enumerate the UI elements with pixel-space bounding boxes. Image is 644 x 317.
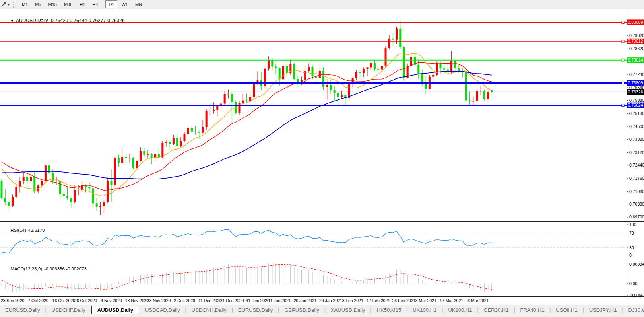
symbol-dropdown-icon[interactable]: ▼ [10,19,14,23]
svg-text:20 Jan 2021: 20 Jan 2021 [294,298,317,303]
chart-title: ▼AUDUSD,Daily 0.764200.764440.762770.763… [2,12,126,29]
timeframe-toolbar: ▼ M1M5M15M30H1H4D1W1MN [0,0,644,9]
svg-text:26 Mar 2021: 26 Mar 2021 [466,298,489,303]
chart-tab-fra40-h1[interactable]: FRA40,H1 [515,307,550,313]
svg-text:-0.005651: -0.005651 [629,293,644,298]
chart-tab-xauusd-daily[interactable]: XAUUSD,Daily [326,307,370,313]
svg-text:4 Nov 2020: 4 Nov 2020 [101,298,122,303]
svg-text:26 Oct 2020: 26 Oct 2020 [74,298,97,303]
ohlc-open: 0.76420 [51,18,68,23]
chart-tab-usdcad-daily[interactable]: USDCAD,Daily [140,307,185,313]
svg-text:0.76326: 0.76326 [628,89,643,94]
macd-values: -0.003386 -0.002073 [44,266,87,271]
chart-area: 0.793200.786200.779400.772400.765600.758… [0,9,644,305]
toolbar-separator [103,1,103,8]
chart-tab-uk100-h1[interactable]: UK100,H1 [443,307,477,313]
chart-tab-audusd-daily[interactable]: AUDUSD,Daily [91,306,139,314]
svg-text:21 Dec 2020: 21 Dec 2020 [220,298,244,303]
svg-text:0.75180: 0.75180 [629,111,644,116]
svg-text:0.79320: 0.79320 [629,33,644,38]
svg-text:0.71060: 0.71060 [629,189,644,194]
svg-text:0.80009: 0.80009 [628,20,643,25]
rsi-label: RSI(14)42.6178 [3,223,47,237]
svg-text:0.70380: 0.70380 [629,202,644,206]
tool-dropdown-icon[interactable]: ▼ [7,3,10,6]
cursor-tool-icon[interactable] [1,2,6,7]
svg-text:28 Sep 2020: 28 Sep 2020 [1,298,25,303]
svg-text:8 Mar 2021: 8 Mar 2021 [415,298,436,303]
svg-text:8 Feb 2021: 8 Feb 2021 [342,298,363,303]
chart-tab-usdjpy-h1[interactable]: USDJPY,H1 [584,307,622,313]
chart-tab-bar: EURUSD,Daily|USDCHF,DailyAUDUSD,DailyUSD… [0,305,644,315]
macd-label: MACD(12,26,9)-0.003386 -0.002073 [3,262,89,276]
chart-tab-usdchf-daily[interactable]: USDCHF,Daily [47,307,91,313]
svg-text:23 Nov 2020: 23 Nov 2020 [147,298,171,303]
svg-text:29 Jan 2021: 29 Jan 2021 [319,298,342,303]
chart-tab-hk50-m15[interactable]: HK50,M15 [372,307,406,313]
svg-text:13 Nov 2020: 13 Nov 2020 [125,298,149,303]
svg-text:0.00: 0.00 [629,281,638,286]
svg-text:0.75624: 0.75624 [628,103,643,107]
timeframe-button-m30[interactable]: M30 [61,0,76,8]
timeframe-button-mn[interactable]: MN [132,0,145,8]
timeframe-button-m1[interactable]: M1 [19,0,31,8]
svg-text:26 Feb 2021: 26 Feb 2021 [392,298,416,303]
svg-text:0: 0 [629,253,632,257]
chart-tab-uk100-h1[interactable]: UK100,H1 [407,307,442,313]
svg-text:0.77240: 0.77240 [629,72,644,77]
svg-text:2 Dec 2020: 2 Dec 2020 [174,298,195,303]
svg-text:0.73120: 0.73120 [629,150,644,155]
chart-symbol: AUDUSD,Daily [16,18,48,23]
timeframe-button-m15[interactable]: M15 [45,0,60,8]
svg-text:0.78014: 0.78014 [628,58,643,62]
svg-text:0.78620: 0.78620 [629,46,644,51]
svg-text:0.76809: 0.76809 [628,80,643,85]
svg-text:31 Dec 2020: 31 Dec 2020 [246,298,270,303]
mt4-window: ▼ M1M5M15M30H1H4D1W1MN 0.793200.786200.7… [0,0,644,317]
svg-text:0.71760: 0.71760 [629,176,644,181]
rsi-value: 42.6178 [28,228,45,233]
svg-text:0.79012: 0.79012 [628,39,643,43]
svg-text:0.75880: 0.75880 [629,98,644,103]
svg-text:16 Oct 2020: 16 Oct 2020 [52,298,75,303]
chart-tab-usoil-h1[interactable]: USOil,H1 [551,307,582,313]
chart-tab-eurusd-daily[interactable]: EURUSD,Daily [0,307,45,313]
chart-tab-eurusd-daily[interactable]: EURUSD,Daily [233,307,278,313]
toolbar-grip[interactable] [13,2,16,8]
timeframe-button-d1[interactable]: D1 [105,0,117,8]
timeframe-button-m5[interactable]: M5 [32,0,44,8]
macd-name: MACD(12,26,9) [10,266,42,271]
svg-text:11 Dec 2020: 11 Dec 2020 [198,298,222,303]
status-strip [0,315,644,317]
svg-text:17 Feb 2021: 17 Feb 2021 [367,298,390,303]
svg-text:7 Oct 2020: 7 Oct 2020 [28,298,48,303]
timeframe-button-h1[interactable]: H1 [76,0,88,8]
timeframe-button-h4[interactable]: H4 [89,0,101,8]
chart-tab-ger30-h1[interactable]: GER30,H1 [479,307,514,313]
chart-canvas[interactable]: 0.793200.786200.779400.772400.765600.758… [0,9,644,305]
ohlc-close: 0.76326 [107,18,124,23]
svg-text:0.00884: 0.00884 [629,262,644,266]
timeframe-button-w1[interactable]: W1 [118,0,131,8]
ohlc-low: 0.76277 [89,18,106,23]
svg-text:30: 30 [629,245,634,250]
chart-tab-dj30-weekly[interactable]: DJ30,Weekly [623,307,644,313]
chart-tab-gbpusd-daily[interactable]: GBPUSD,Daily [279,307,324,313]
chart-tab-usdcnh-daily[interactable]: USDCNH,Daily [186,307,232,313]
svg-text:0.73820: 0.73820 [629,137,644,142]
rsi-name: RSI(14) [10,228,26,233]
svg-text:0.69700: 0.69700 [629,214,644,219]
svg-text:70: 70 [629,231,634,235]
svg-text:0.74500: 0.74500 [629,124,644,129]
svg-text:0.72440: 0.72440 [629,163,644,167]
svg-text:11 Jan 2021: 11 Jan 2021 [268,298,291,303]
ohlc-high: 0.76444 [70,18,87,23]
svg-text:17 Mar 2021: 17 Mar 2021 [440,298,463,303]
svg-text:100: 100 [629,222,636,227]
